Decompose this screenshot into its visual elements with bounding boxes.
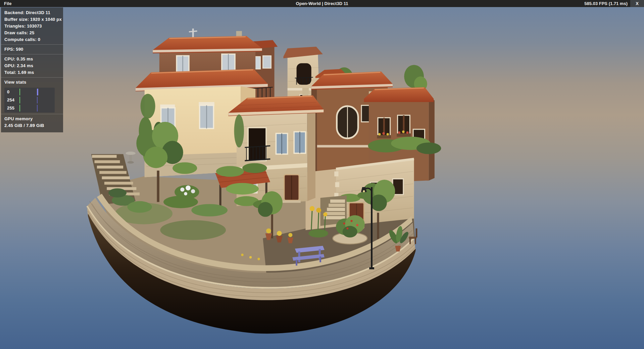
- fps-readout: 585.03 FPS (1.71 ms): [584, 0, 628, 7]
- green-tick: [19, 89, 20, 95]
- histogram-row: 254: [4, 96, 55, 104]
- center-door: [283, 175, 301, 203]
- separator: [1, 44, 63, 45]
- tower-arch-opening: [297, 63, 311, 85]
- histogram-row-label: 0: [7, 88, 9, 96]
- white-flower-bush: [175, 185, 199, 199]
- birdbath: [126, 151, 135, 164]
- histogram-row-label: 254: [7, 96, 14, 104]
- stat-buffer-size: Buffer size: 1920 x 1040 px: [1, 16, 63, 23]
- separator: [1, 77, 63, 78]
- pergola-vines: [226, 183, 259, 194]
- stat-gpu-time: GPU: 2.34 ms: [1, 62, 63, 69]
- stat-fps: FPS: 590: [1, 46, 63, 53]
- blue-tick: [37, 89, 38, 95]
- upper-doorway: [248, 128, 266, 161]
- green-tick: [19, 105, 20, 112]
- stat-draw-calls: Draw calls: 25: [1, 30, 63, 36]
- gpu-memory-value: 2.45 GiB / 7.89 GiB: [1, 122, 63, 129]
- file-menu[interactable]: File: [0, 0, 15, 7]
- separator: [1, 54, 63, 54]
- stat-compute-calls: Compute calls: 0: [1, 36, 63, 43]
- stat-total-time: Total: 1.69 ms: [1, 69, 63, 76]
- histogram-row-label: 255: [7, 104, 14, 112]
- village-scene: [0, 7, 644, 349]
- separator: [1, 114, 63, 114]
- window-title: Open-World | Direct3D 11: [0, 1, 644, 6]
- far-right-roof: [364, 87, 434, 102]
- blue-tick: [37, 97, 38, 103]
- title-bar: File Open-World | Direct3D 11 585.03 FPS…: [0, 0, 644, 7]
- antenna: [192, 29, 194, 39]
- view-stats-label: View stats: [1, 79, 63, 86]
- close-button[interactable]: X: [630, 0, 644, 7]
- stat-triangles: Triangles: 103073: [1, 23, 63, 30]
- green-tick: [19, 97, 20, 103]
- histogram-row: 255: [4, 104, 55, 112]
- stats-panel: Backend: Direct3D 11 Buffer size: 1920 x…: [1, 7, 63, 132]
- stat-backend: Backend: Direct3D 11: [1, 9, 63, 16]
- blue-tick: [37, 105, 38, 112]
- render-viewport[interactable]: [0, 7, 644, 349]
- stat-cpu-time: CPU: 0.35 ms: [1, 56, 63, 62]
- view-stats-histogram: 0 254 255: [4, 88, 55, 113]
- histogram-row: 0: [4, 88, 55, 96]
- gpu-memory-label: GPU memory: [1, 116, 63, 122]
- arched-window: [337, 106, 358, 138]
